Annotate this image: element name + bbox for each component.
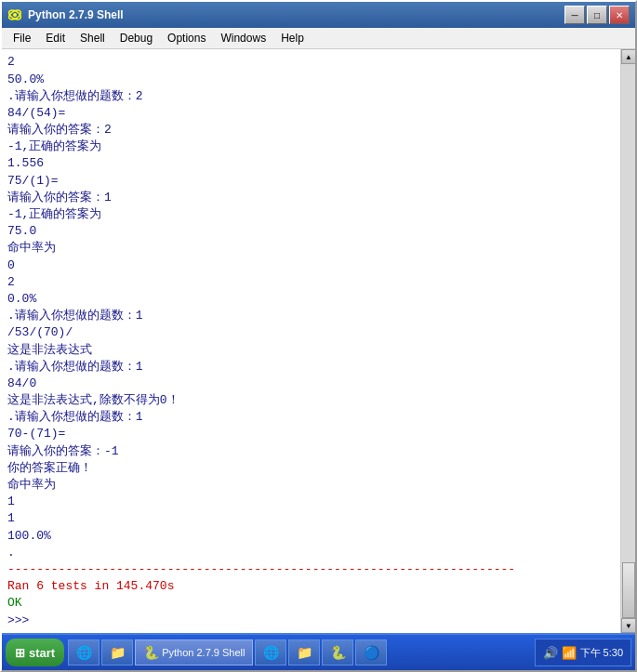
scroll-up-button[interactable]: ▲	[621, 49, 635, 64]
close-button[interactable]: ✕	[609, 6, 630, 24]
shell-line: -1,正确的答案为	[7, 138, 615, 155]
taskbar-app-python2[interactable]: 🐍	[322, 639, 353, 665]
title-bar: Python 2.7.9 Shell ─ □ ✕	[2, 2, 635, 28]
content-area: 请输入你的答案：2-1,正确的答案为1593.0命中率为1250.0%.请输入你…	[2, 49, 635, 633]
python-icon: 🐍	[143, 645, 158, 660]
shell-line: /53/(70)/	[7, 324, 615, 341]
shell-line: .请输入你想做的题数：1	[7, 308, 615, 324]
window-title: Python 2.7.9 Shell	[28, 8, 559, 21]
ie-icon: 🌐	[76, 645, 91, 660]
python-app-label: Python 2.7.9 Shell	[162, 647, 245, 658]
shell-line: .请输入你想做的题数：1	[7, 409, 615, 426]
shell-line: 70-(71)=	[7, 426, 615, 442]
menu-help[interactable]: Help	[273, 30, 312, 46]
shell-line: 1	[7, 510, 615, 527]
menu-shell[interactable]: Shell	[73, 30, 113, 46]
minimize-button[interactable]: ─	[564, 6, 585, 24]
start-button[interactable]: ⊞ start	[6, 639, 64, 666]
shell-line: 1	[7, 494, 615, 510]
menu-file[interactable]: File	[6, 30, 38, 46]
shell-line: 请输入你的答案：-1	[7, 443, 615, 460]
taskbar-app-chrome[interactable]: 🔵	[355, 639, 387, 665]
scrollbar[interactable]: ▲ ▼	[620, 49, 635, 633]
taskbar-apps: 🌐 📁 🐍 Python 2.7.9 Shell 🌐 📁 🐍 🔵	[68, 639, 530, 665]
shell-line: >>>	[7, 613, 615, 629]
taskbar-app-python[interactable]: 🐍 Python 2.7.9 Shell	[135, 639, 253, 665]
shell-line: .请输入你想做的题数：2	[7, 88, 615, 105]
shell-line: 0.0%	[7, 291, 615, 308]
shell-line: ----------------------------------------…	[7, 561, 615, 578]
shell-line: 1.556	[7, 155, 615, 172]
taskbar-tray: 🔊 📶 下午 5:30	[535, 639, 631, 666]
shell-line: 命中率为	[7, 477, 615, 494]
shell-output[interactable]: 请输入你的答案：2-1,正确的答案为1593.0命中率为1250.0%.请输入你…	[2, 49, 620, 633]
shell-line: 2	[7, 274, 615, 291]
menu-edit[interactable]: Edit	[38, 30, 73, 46]
menu-options[interactable]: Options	[160, 30, 213, 46]
shell-line: 84/0	[7, 376, 615, 392]
shell-line: 请输入你的答案：1	[7, 190, 615, 206]
svg-point-2	[13, 13, 17, 17]
shell-line: 75/(1)=	[7, 173, 615, 190]
shell-line: Ran 6 tests in 145.470s	[7, 578, 615, 595]
shell-line: 50.0%	[7, 72, 615, 88]
shell-line: 2	[7, 54, 615, 71]
shell-line: 0	[7, 257, 615, 274]
scroll-down-button[interactable]: ▼	[621, 618, 635, 633]
shell-line: OK	[7, 595, 615, 612]
shell-line: 84/(54)=	[7, 105, 615, 122]
taskbar-app-ie2[interactable]: 🌐	[255, 639, 286, 665]
scroll-track[interactable]	[621, 64, 635, 618]
start-label: start	[29, 646, 55, 660]
window-icon	[7, 7, 22, 22]
start-icon: ⊞	[15, 646, 25, 660]
taskbar: ⊞ start 🌐 📁 🐍 Python 2.7.9 Shell 🌐 📁 🐍	[2, 633, 635, 670]
shell-line: 100.0%	[7, 528, 615, 545]
main-window: Python 2.7.9 Shell ─ □ ✕ File Edit Shell…	[0, 0, 637, 672]
network-icon: 📶	[562, 645, 577, 660]
python2-icon: 🐍	[330, 645, 345, 660]
folder1-icon: 📁	[110, 645, 125, 660]
shell-line: -1,正确的答案为	[7, 206, 615, 223]
shell-line: 你的答案正确！	[7, 460, 615, 477]
shell-line: 这是非法表达式,除数不得为0！	[7, 392, 615, 409]
scroll-thumb[interactable]	[622, 562, 635, 618]
shell-line: 命中率为	[7, 240, 615, 257]
chrome-icon: 🔵	[364, 645, 378, 660]
taskbar-app-folder2[interactable]: 📁	[288, 639, 320, 665]
folder2-icon: 📁	[297, 645, 312, 660]
maximize-button[interactable]: □	[587, 6, 607, 24]
taskbar-app-ie[interactable]: 🌐	[68, 639, 100, 665]
shell-line: .	[7, 545, 615, 561]
shell-line: .请输入你想做的题数：1	[7, 359, 615, 376]
shell-line: 75.0	[7, 223, 615, 240]
taskbar-app-folder1[interactable]: 📁	[101, 639, 133, 665]
shell-line: 请输入你的答案：2	[7, 122, 615, 138]
shell-line: 这是非法表达式	[7, 342, 615, 359]
menu-bar: File Edit Shell Debug Options Windows He…	[2, 28, 635, 49]
window-controls: ─ □ ✕	[564, 6, 630, 24]
menu-debug[interactable]: Debug	[113, 30, 160, 46]
ie2-icon: 🌐	[263, 645, 278, 660]
speaker-icon: 🔊	[543, 645, 558, 660]
clock: 下午 5:30	[580, 646, 623, 660]
menu-windows[interactable]: Windows	[213, 30, 273, 46]
